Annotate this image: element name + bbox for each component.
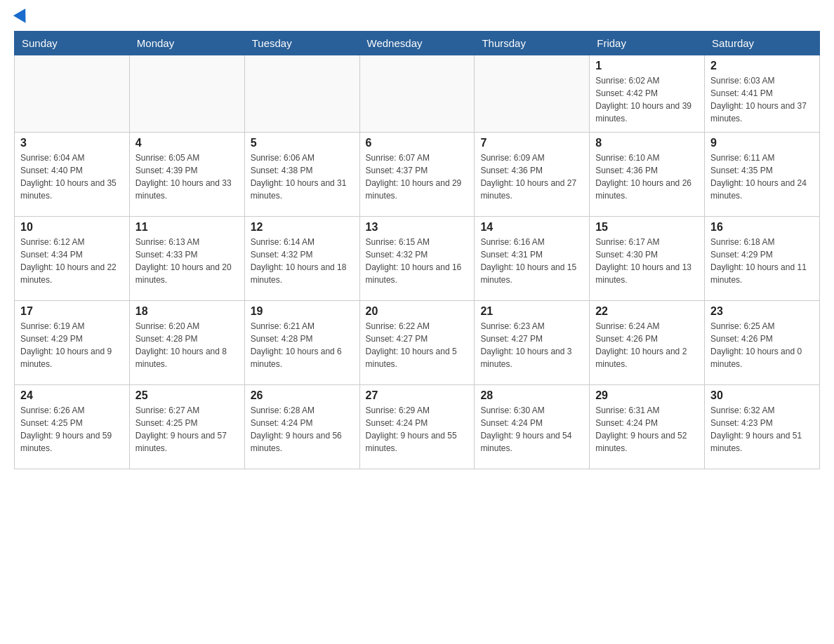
- calendar-table: SundayMondayTuesdayWednesdayThursdayFrid…: [14, 31, 820, 469]
- weekday-header-monday: Monday: [129, 32, 244, 55]
- day-number: 17: [20, 305, 124, 318]
- week-row-4: 17Sunrise: 6:19 AMSunset: 4:29 PMDayligh…: [15, 301, 820, 385]
- day-info: Sunrise: 6:23 AMSunset: 4:27 PMDaylight:…: [480, 320, 583, 370]
- day-number: 20: [366, 305, 469, 318]
- calendar-cell: 29Sunrise: 6:31 AMSunset: 4:24 PMDayligh…: [590, 385, 705, 469]
- day-info: Sunrise: 6:07 AMSunset: 4:37 PMDaylight:…: [366, 152, 469, 202]
- day-info: Sunrise: 6:21 AMSunset: 4:28 PMDaylight:…: [251, 320, 354, 370]
- day-number: 3: [20, 137, 124, 149]
- day-info: Sunrise: 6:29 AMSunset: 4:24 PMDaylight:…: [366, 404, 469, 455]
- day-info: Sunrise: 6:09 AMSunset: 4:36 PMDaylight:…: [480, 152, 583, 202]
- day-info: Sunrise: 6:14 AMSunset: 4:32 PMDaylight:…: [251, 236, 354, 286]
- calendar-cell: 12Sunrise: 6:14 AMSunset: 4:32 PMDayligh…: [244, 217, 359, 301]
- day-number: 10: [20, 221, 124, 234]
- weekday-header-thursday: Thursday: [475, 32, 590, 55]
- day-info: Sunrise: 6:32 AMSunset: 4:23 PMDaylight:…: [710, 404, 814, 455]
- day-number: 21: [480, 305, 583, 318]
- day-info: Sunrise: 6:19 AMSunset: 4:29 PMDaylight:…: [20, 320, 124, 370]
- weekday-header-sunday: Sunday: [15, 32, 130, 55]
- day-number: 28: [480, 389, 583, 402]
- day-number: 2: [710, 60, 814, 72]
- calendar-cell: 18Sunrise: 6:20 AMSunset: 4:28 PMDayligh…: [129, 301, 244, 385]
- calendar-cell: 27Sunrise: 6:29 AMSunset: 4:24 PMDayligh…: [359, 385, 475, 469]
- calendar-cell: 17Sunrise: 6:19 AMSunset: 4:29 PMDayligh…: [15, 301, 130, 385]
- page-header: [14, 14, 820, 24]
- day-number: 12: [251, 221, 354, 234]
- weekday-header-wednesday: Wednesday: [359, 32, 475, 55]
- day-number: 27: [366, 389, 469, 402]
- day-number: 14: [480, 221, 583, 234]
- calendar-cell: 3Sunrise: 6:04 AMSunset: 4:40 PMDaylight…: [15, 133, 130, 217]
- day-info: Sunrise: 6:25 AMSunset: 4:26 PMDaylight:…: [710, 320, 814, 370]
- day-info: Sunrise: 6:27 AMSunset: 4:25 PMDaylight:…: [135, 404, 239, 455]
- calendar-cell: 8Sunrise: 6:10 AMSunset: 4:36 PMDaylight…: [590, 133, 705, 217]
- day-number: 7: [480, 137, 583, 149]
- day-info: Sunrise: 6:11 AMSunset: 4:35 PMDaylight:…: [710, 152, 814, 202]
- calendar-cell: 25Sunrise: 6:27 AMSunset: 4:25 PMDayligh…: [129, 385, 244, 469]
- weekday-header-saturday: Saturday: [705, 32, 820, 55]
- day-info: Sunrise: 6:30 AMSunset: 4:24 PMDaylight:…: [480, 404, 583, 455]
- day-info: Sunrise: 6:13 AMSunset: 4:33 PMDaylight:…: [135, 236, 239, 286]
- day-info: Sunrise: 6:22 AMSunset: 4:27 PMDaylight:…: [366, 320, 469, 370]
- day-number: 15: [595, 221, 699, 234]
- calendar-cell: 19Sunrise: 6:21 AMSunset: 4:28 PMDayligh…: [244, 301, 359, 385]
- week-row-1: 1Sunrise: 6:02 AMSunset: 4:42 PMDaylight…: [15, 55, 820, 133]
- day-info: Sunrise: 6:15 AMSunset: 4:32 PMDaylight:…: [366, 236, 469, 286]
- day-number: 25: [135, 389, 239, 402]
- day-info: Sunrise: 6:24 AMSunset: 4:26 PMDaylight:…: [595, 320, 699, 370]
- day-number: 11: [135, 221, 239, 234]
- day-info: Sunrise: 6:12 AMSunset: 4:34 PMDaylight:…: [20, 236, 124, 286]
- day-number: 22: [595, 305, 699, 318]
- calendar-cell: 5Sunrise: 6:06 AMSunset: 4:38 PMDaylight…: [244, 133, 359, 217]
- calendar-cell: 22Sunrise: 6:24 AMSunset: 4:26 PMDayligh…: [590, 301, 705, 385]
- week-row-3: 10Sunrise: 6:12 AMSunset: 4:34 PMDayligh…: [15, 217, 820, 301]
- day-info: Sunrise: 6:16 AMSunset: 4:31 PMDaylight:…: [480, 236, 583, 286]
- day-number: 8: [595, 137, 699, 149]
- day-info: Sunrise: 6:10 AMSunset: 4:36 PMDaylight:…: [595, 152, 699, 202]
- logo: [14, 14, 29, 24]
- calendar-cell: 15Sunrise: 6:17 AMSunset: 4:30 PMDayligh…: [590, 217, 705, 301]
- calendar-cell: 20Sunrise: 6:22 AMSunset: 4:27 PMDayligh…: [359, 301, 475, 385]
- calendar-cell: 13Sunrise: 6:15 AMSunset: 4:32 PMDayligh…: [359, 217, 475, 301]
- weekday-header-friday: Friday: [590, 32, 705, 55]
- calendar-cell: 7Sunrise: 6:09 AMSunset: 4:36 PMDaylight…: [475, 133, 590, 217]
- day-info: Sunrise: 6:31 AMSunset: 4:24 PMDaylight:…: [595, 404, 699, 455]
- calendar-cell: [129, 55, 244, 133]
- day-info: Sunrise: 6:05 AMSunset: 4:39 PMDaylight:…: [135, 152, 239, 202]
- weekday-header-tuesday: Tuesday: [244, 32, 359, 55]
- day-info: Sunrise: 6:17 AMSunset: 4:30 PMDaylight:…: [595, 236, 699, 286]
- calendar-cell: 4Sunrise: 6:05 AMSunset: 4:39 PMDaylight…: [129, 133, 244, 217]
- calendar-cell: 28Sunrise: 6:30 AMSunset: 4:24 PMDayligh…: [475, 385, 590, 469]
- calendar-cell: 2Sunrise: 6:03 AMSunset: 4:41 PMDaylight…: [705, 55, 820, 133]
- calendar-cell: 1Sunrise: 6:02 AMSunset: 4:42 PMDaylight…: [590, 55, 705, 133]
- calendar-cell: [475, 55, 590, 133]
- calendar-cell: 14Sunrise: 6:16 AMSunset: 4:31 PMDayligh…: [475, 217, 590, 301]
- day-number: 26: [251, 389, 354, 402]
- calendar-cell: 9Sunrise: 6:11 AMSunset: 4:35 PMDaylight…: [705, 133, 820, 217]
- calendar-cell: 24Sunrise: 6:26 AMSunset: 4:25 PMDayligh…: [15, 385, 130, 469]
- calendar-cell: 23Sunrise: 6:25 AMSunset: 4:26 PMDayligh…: [705, 301, 820, 385]
- day-number: 9: [710, 137, 814, 149]
- day-number: 29: [595, 389, 699, 402]
- day-info: Sunrise: 6:20 AMSunset: 4:28 PMDaylight:…: [135, 320, 239, 370]
- calendar-cell: 16Sunrise: 6:18 AMSunset: 4:29 PMDayligh…: [705, 217, 820, 301]
- day-number: 13: [366, 221, 469, 234]
- day-number: 5: [251, 137, 354, 149]
- calendar-cell: 6Sunrise: 6:07 AMSunset: 4:37 PMDaylight…: [359, 133, 475, 217]
- day-number: 24: [20, 389, 124, 402]
- day-info: Sunrise: 6:26 AMSunset: 4:25 PMDaylight:…: [20, 404, 124, 455]
- weekday-header-row: SundayMondayTuesdayWednesdayThursdayFrid…: [15, 32, 820, 55]
- day-info: Sunrise: 6:06 AMSunset: 4:38 PMDaylight:…: [251, 152, 354, 202]
- calendar-cell: [244, 55, 359, 133]
- day-info: Sunrise: 6:03 AMSunset: 4:41 PMDaylight:…: [710, 74, 814, 125]
- day-number: 4: [135, 137, 239, 149]
- day-info: Sunrise: 6:04 AMSunset: 4:40 PMDaylight:…: [20, 152, 124, 202]
- day-info: Sunrise: 6:18 AMSunset: 4:29 PMDaylight:…: [710, 236, 814, 286]
- day-number: 1: [595, 60, 699, 72]
- calendar-cell: [359, 55, 475, 133]
- day-number: 6: [366, 137, 469, 149]
- calendar-cell: 26Sunrise: 6:28 AMSunset: 4:24 PMDayligh…: [244, 385, 359, 469]
- logo-triangle-icon: [13, 8, 32, 27]
- week-row-5: 24Sunrise: 6:26 AMSunset: 4:25 PMDayligh…: [15, 385, 820, 469]
- day-info: Sunrise: 6:28 AMSunset: 4:24 PMDaylight:…: [251, 404, 354, 455]
